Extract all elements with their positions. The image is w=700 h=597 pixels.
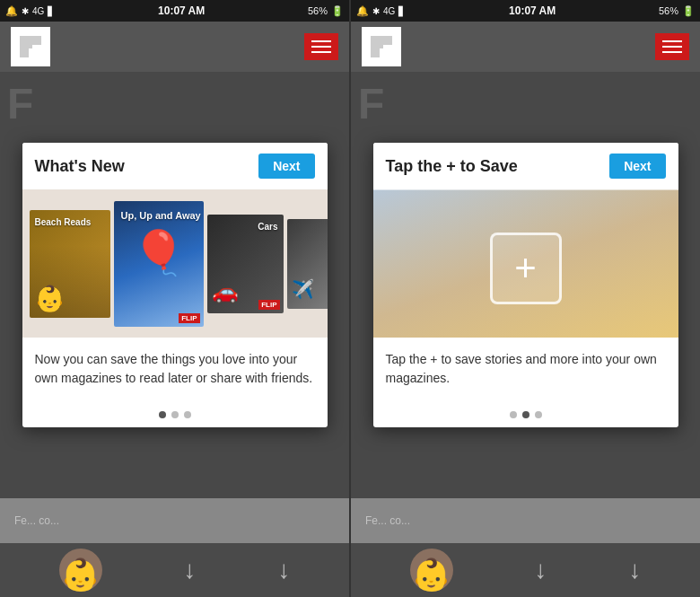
- avatar-figure-2: 👶: [411, 559, 451, 592]
- dot-2-active: [522, 411, 529, 418]
- plus-button-large[interactable]: +: [490, 233, 562, 304]
- modal-body-text-2: Tap the + to save stories and more into …: [386, 350, 666, 388]
- status-bar-2: 🔔 ✱ 4G ▋ 10:07 AM 56% 🔋: [351, 0, 700, 22]
- nav-area-1: 👶 ↓ ↓: [0, 543, 349, 597]
- nav-arrow-3[interactable]: ↓: [535, 556, 547, 584]
- bottom-text-2: Fe... co...: [365, 514, 410, 527]
- battery-icon-1: 🔋: [331, 5, 344, 17]
- dot-1-active: [159, 411, 166, 418]
- flipboard-logo-2: [362, 27, 401, 66]
- magazine-cover-beach: Beach Reads 👶: [30, 210, 110, 318]
- hamburger-button-2[interactable]: [655, 33, 689, 60]
- nav-arrow-1[interactable]: ↓: [184, 556, 197, 584]
- nav-arrow-4[interactable]: ↓: [629, 556, 642, 584]
- avatar-figure-1: 👶: [60, 559, 101, 592]
- modal-title-1: What's New: [35, 157, 125, 176]
- status-left-2: 🔔 ✱ 4G ▋: [356, 5, 406, 17]
- bt-icon-1: ✱: [22, 6, 29, 16]
- battery-icon-2: 🔋: [682, 5, 695, 17]
- signal-icon-2: 4G: [383, 6, 395, 16]
- phone-panel-2: 🔔 ✱ 4G ▋ 10:07 AM 56% 🔋 F: [351, 0, 700, 597]
- hamburger-line: [311, 51, 331, 53]
- bottom-text-1: Fe... co...: [14, 514, 59, 527]
- svg-rect-2: [32, 36, 41, 45]
- notification-icon-1: 🔔: [5, 5, 18, 17]
- modal-dots-2: [373, 400, 678, 427]
- app-header-1: [0, 22, 349, 72]
- mag-label-cars: Cars: [258, 222, 277, 232]
- battery-pct-1: 56%: [308, 5, 328, 16]
- hamburger-line-2c: [662, 51, 682, 53]
- status-time-1: 10:07 AM: [158, 4, 205, 17]
- dot-1-3: [184, 411, 191, 418]
- plus-button-wrapper: +: [373, 194, 678, 338]
- signal-icon-1: 4G: [32, 6, 44, 16]
- image-divider-2: [373, 189, 678, 190]
- signal-bars-2: ▋: [398, 6, 406, 16]
- modal-header-1: What's New Next: [22, 143, 328, 189]
- next-button-2[interactable]: Next: [609, 154, 665, 179]
- notification-icon-2: 🔔: [356, 5, 369, 17]
- flipboard-tag-2: FLIP: [258, 300, 279, 310]
- battery-pct-2: 56%: [659, 5, 678, 16]
- hamburger-line: [311, 46, 331, 48]
- magazine-cover-cars: Cars 🚗 FLIP: [207, 215, 284, 313]
- dot-2-1: [510, 411, 517, 418]
- avatar-2: 👶: [410, 549, 453, 592]
- magazine-cover-upup: Up, Up and Away 🎈 FLIP: [114, 201, 204, 327]
- dot-1-2: [171, 411, 179, 418]
- nav-arrow-2[interactable]: ↓: [278, 556, 291, 584]
- modal-header-2: Tap the + to Save Next: [373, 143, 678, 189]
- nav-area-2: 👶 ↓ ↓: [351, 543, 700, 597]
- magazine-cover-extra: ✈️: [287, 219, 328, 309]
- modal-body-text-1: Now you can save the things you love int…: [35, 350, 315, 388]
- hamburger-button-1[interactable]: [304, 33, 338, 60]
- status-right-2: 56% 🔋: [659, 5, 695, 17]
- plus-icon: +: [514, 247, 537, 290]
- status-left-1: 🔔 ✱ 4G ▋: [5, 5, 55, 17]
- flipboard-tag-1: FLIP: [179, 313, 199, 323]
- avatar-1: 👶: [59, 549, 102, 592]
- modal-overlay-1: What's New Next Beach Reads 👶 Up, Up and…: [0, 72, 349, 498]
- svg-rect-1: [20, 36, 32, 48]
- modal-dots-1: [22, 400, 328, 427]
- modal-card-2: Tap the + to Save Next + Tap the + to sa…: [373, 143, 678, 427]
- bt-icon-2: ✱: [372, 6, 380, 16]
- mag-label-upup: Up, Up and Away: [121, 210, 201, 221]
- modal-overlay-2: Tap the + to Save Next + Tap the + to sa…: [351, 72, 700, 498]
- modal-image-area-1: Beach Reads 👶 Up, Up and Away 🎈 FLIP Car…: [22, 189, 328, 338]
- status-time-2: 10:07 AM: [509, 4, 556, 17]
- modal-title-2: Tap the + to Save: [386, 157, 518, 176]
- bg-content-2: F Tap the + to Save Next + Tap the: [351, 72, 700, 498]
- flipboard-logo-1: [11, 27, 50, 66]
- svg-rect-7: [371, 48, 380, 57]
- hamburger-line-2b: [662, 46, 682, 48]
- bg-bottom-bar-1: Fe... co...: [0, 498, 349, 543]
- phone-panel-1: 🔔 ✱ 4G ▋ 10:07 AM 56% 🔋 F: [0, 0, 349, 597]
- dot-2-3: [535, 411, 542, 418]
- status-bar-1: 🔔 ✱ 4G ▋ 10:07 AM 56% 🔋: [0, 0, 349, 22]
- signal-bars-1: ▋: [48, 6, 55, 16]
- hamburger-line: [311, 40, 331, 42]
- modal-body-2: Tap the + to save stories and more into …: [373, 338, 678, 400]
- next-button-1[interactable]: Next: [258, 154, 314, 179]
- hamburger-line-2a: [662, 40, 682, 42]
- app-header-2: [351, 22, 700, 72]
- svg-rect-6: [383, 36, 392, 45]
- mag-label-beach: Beach Reads: [35, 217, 92, 227]
- bg-content-1: F What's New Next Beach Reads 👶: [0, 72, 349, 498]
- modal-image-area-2: +: [373, 189, 678, 338]
- svg-rect-5: [371, 36, 383, 48]
- svg-rect-3: [20, 48, 29, 57]
- bg-bottom-bar-2: Fe... co...: [351, 498, 700, 543]
- magazine-grid-1: Beach Reads 👶 Up, Up and Away 🎈 FLIP Car…: [22, 189, 328, 338]
- modal-body-1: Now you can save the things you love int…: [22, 338, 328, 400]
- modal-card-1: What's New Next Beach Reads 👶 Up, Up and…: [22, 143, 328, 427]
- status-right-1: 56% 🔋: [308, 5, 344, 17]
